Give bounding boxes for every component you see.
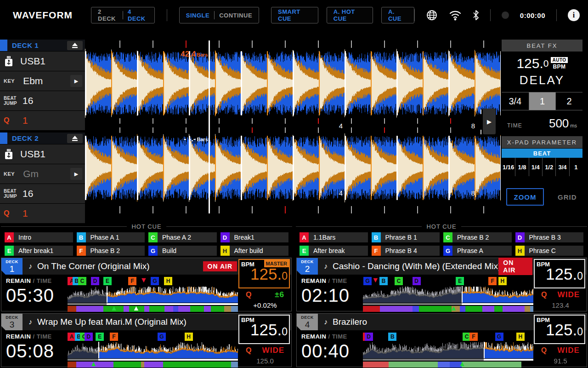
hot-cue-label: 1.1Bars <box>313 234 335 241</box>
phrase-segment <box>465 306 482 312</box>
fx-beat-option-1[interactable]: 1 <box>529 92 556 110</box>
deck4-overview-waveform[interactable] <box>363 342 533 358</box>
hot-cue-button-h[interactable]: HPhrase C <box>515 246 584 256</box>
phrase-marker-triangle: ▲ <box>110 304 118 312</box>
deck3-track-title: Wrap Me Up feat Mari.M (Original Mix) <box>37 317 187 327</box>
deck1-status-row: DECK1 ♪ On The Corner (Original Mix) ON … <box>1 258 292 311</box>
deck3-phrase-bar: ▲ <box>68 362 238 368</box>
cue-marker-d: D <box>85 333 93 341</box>
phrase-segment <box>516 306 525 312</box>
deck1-key-expand-button[interactable]: ▶ <box>70 75 82 87</box>
xpad-option-1-8[interactable]: 1/8 <box>515 158 528 176</box>
deck2-color-tab <box>0 132 7 144</box>
hot-cue-chip: D <box>220 232 230 242</box>
hot-cue-button-c[interactable]: CPhrase B 2 <box>443 232 512 242</box>
info-button[interactable]: i <box>568 9 580 21</box>
hot-cue-header: HOT CUE <box>426 223 456 230</box>
wifi-icon <box>449 10 462 21</box>
deck2-overview-waveform[interactable] <box>363 286 533 303</box>
cue-tick <box>186 40 187 48</box>
cue-marker-d: D <box>413 277 421 285</box>
hot-cue-button-a[interactable]: A1.1Bars <box>300 232 368 242</box>
bar-number: 4 <box>339 189 343 197</box>
phrase-segment <box>231 306 238 312</box>
cue-tick <box>384 127 385 133</box>
deck1-waveform-canvas[interactable] <box>85 49 501 118</box>
deck-mode-2deck[interactable]: 2 DECK <box>98 8 118 22</box>
divider <box>123 11 123 19</box>
cue-marker-e: E <box>96 333 104 341</box>
play-mode-single[interactable]: SINGLE <box>186 12 209 19</box>
xpad-option-1-2[interactable]: 1/2 <box>542 158 555 176</box>
deck3-overview-waveform[interactable] <box>68 342 238 358</box>
hot-cue-button-e[interactable]: EAfter break1 <box>5 246 73 256</box>
hot-cue-button-f[interactable]: FPhase B 2 <box>77 246 145 256</box>
hot-cue-chip: C <box>148 232 158 242</box>
hot-cue-button-f[interactable]: FPhrase B 4 <box>372 246 440 256</box>
deck2-overview-playhead <box>462 286 463 303</box>
xpad-option-3-4[interactable]: 3/4 <box>555 158 569 176</box>
xpad-option-1[interactable]: 1 <box>569 158 582 176</box>
hot-cue-label: Phrase C <box>529 247 556 254</box>
deck1-eject-button[interactable] <box>67 41 83 50</box>
beat-tick <box>384 40 385 48</box>
deck1-beatjump-row: BEATJUMP 16 <box>0 91 85 110</box>
hot-cue-button-b[interactable]: BPhrase B 1 <box>372 232 440 242</box>
hot-cue-button-g[interactable]: GBuild <box>148 246 217 256</box>
fx-beat-option-2[interactable]: 2 <box>555 92 582 110</box>
xpad-option-1-16[interactable]: 1/16 <box>502 158 515 176</box>
deck1-quantize-value: 1 <box>23 115 28 126</box>
deck-mode-toggle[interactable]: 2 DECK 4 DECK <box>91 7 155 23</box>
phrase-segment <box>141 362 144 368</box>
divider <box>490 9 491 21</box>
music-note-icon: ♪ <box>324 318 328 326</box>
hot-cue-button-c[interactable]: CPhase A 2 <box>148 232 217 242</box>
deck1-waveform[interactable]: 42.4Bars <box>85 49 501 118</box>
phrase-segment <box>462 362 498 368</box>
deck2-status-row: DECK2 ♪ Cashio - Dancing (With Me) (Exte… <box>296 258 587 311</box>
zoom-button[interactable]: ZOOM <box>506 188 544 206</box>
auto-bpm-badge: AUTO <box>551 57 567 63</box>
waveform-screen: WAVEFORM 2 DECK 4 DECK SINGLE CONTINUE S… <box>0 0 588 368</box>
hot-cue-button-b[interactable]: BPhase A 1 <box>77 232 145 242</box>
cue-marker-b: B <box>388 333 396 341</box>
deck-mode-4deck[interactable]: 4 DECK <box>128 8 148 22</box>
hot-cue-button-d[interactable]: DPhrase B 3 <box>515 232 584 242</box>
play-mode-continue[interactable]: CONTINUE <box>219 12 252 19</box>
deck2-waveform[interactable]: - -.-Bars 48 <box>85 133 501 202</box>
phrase-segment <box>513 362 521 368</box>
beat-tick <box>219 127 220 133</box>
deck1-overview-waveform[interactable] <box>68 286 238 303</box>
phrase-segment <box>221 362 231 368</box>
waveform-next-button[interactable]: ▶ <box>483 109 496 134</box>
phrase-segment <box>503 306 516 312</box>
phrase-segment <box>414 362 438 368</box>
deck2-phrase-bar: ▲ <box>363 306 533 313</box>
xpad-mode-bar: BEAT <box>502 149 582 158</box>
hot-cue-button-d[interactable]: DBreak1 <box>220 232 289 242</box>
auto-hot-cue-button[interactable]: A. HOT CUE <box>327 7 373 23</box>
hot-cue-button-a[interactable]: AIntro <box>5 232 73 242</box>
beat-tick <box>351 206 352 213</box>
deck2-key-expand-button[interactable]: ▶ <box>70 168 82 180</box>
divider <box>414 9 415 21</box>
beat-tick <box>351 40 352 48</box>
fx-beat-option-3-4[interactable]: 3/4 <box>502 92 529 110</box>
deck2-eject-button[interactable] <box>67 134 83 143</box>
play-mode-toggle[interactable]: SINGLE CONTINUE <box>179 7 259 23</box>
hot-cue-button-h[interactable]: HAfter build <box>220 246 289 256</box>
hot-cue-button-e[interactable]: EAfter break <box>300 246 368 256</box>
phrase-segment <box>525 306 530 312</box>
hot-cue-button-g[interactable]: GPhrase A <box>443 246 512 256</box>
auto-cue-button[interactable]: A. CUE <box>381 7 414 23</box>
grid-button[interactable]: GRID <box>558 193 577 201</box>
xpad-option-1-4[interactable]: 1/4 <box>529 158 542 176</box>
hot-cue-label: Phase B 2 <box>90 247 120 254</box>
waveform-display: 42.4Bars 48 - -.-Bars 48 ▶ <box>85 40 501 221</box>
phrase-segment <box>100 362 113 368</box>
hot-cue-chip: G <box>443 246 452 256</box>
hot-cue-label: Phrase B 3 <box>529 234 561 241</box>
beat-fx-header: BEAT FX <box>502 40 582 52</box>
smart-cue-button[interactable]: SMART CUE <box>271 7 318 23</box>
deck4-quantize-block: Q WIDE 91.5 <box>536 346 585 365</box>
